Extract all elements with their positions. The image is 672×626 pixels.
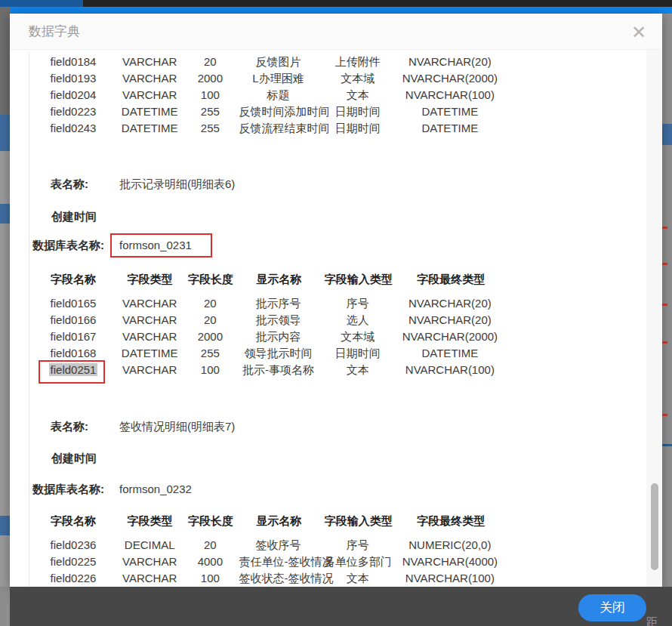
- col-header-display-name: 显示名称: [239, 271, 318, 288]
- dialog-title: 数据字典: [29, 14, 80, 50]
- col-header-field-type: 字段类型: [118, 513, 181, 529]
- field-name-cell: field0223: [32, 103, 115, 120]
- db-table-name-value: formson_0232: [119, 481, 192, 498]
- table-row: field0184 VARCHAR 20 反馈图片 上传附件 NVARCHAR(…: [32, 54, 502, 70]
- created-time-label: 创建时间: [51, 450, 97, 467]
- final-type-cell: NVARCHAR(100): [398, 362, 502, 378]
- right-edge-blue-block: [662, 124, 672, 145]
- display-name-cell: 反馈时间添加时间: [239, 103, 318, 120]
- field-length-cell: 20: [184, 312, 236, 328]
- final-type-cell: DATETIME: [398, 120, 502, 137]
- final-type-cell: NVARCHAR(20): [398, 295, 502, 312]
- table-header-row: 字段名称 字段类型 字段长度 显示名称 字段输入类型 字段最终类型: [32, 271, 503, 288]
- final-type-cell: NVARCHAR(100): [398, 570, 502, 587]
- final-type-cell: NVARCHAR(4000): [398, 554, 502, 570]
- table-row: field0204 VARCHAR 100 标题 文本 NVARCHAR(100…: [32, 87, 502, 103]
- input-type-cell: 序号: [321, 537, 395, 554]
- field-name-cell: field0165: [32, 295, 115, 312]
- field-length-cell: 2000: [184, 70, 236, 87]
- browser-topbar: [0, 0, 672, 7]
- page-text-fragment: [0, 572, 10, 589]
- field-name-cell: field0168: [32, 345, 115, 362]
- final-type-cell: DATETIME: [398, 103, 502, 120]
- field-length-cell: 2000: [184, 328, 236, 345]
- page-text-fragment: [0, 427, 10, 443]
- browser-tab-fragment: [0, 0, 83, 7]
- col-header-input-type: 字段输入类型: [322, 513, 396, 529]
- field-type-cell: DECIMAL: [118, 537, 181, 554]
- input-type-cell: 文本: [321, 87, 395, 103]
- display-name-cell: 反馈图片: [239, 54, 318, 70]
- display-name-cell: 签收序号: [239, 537, 318, 554]
- left-edge-dark-segment: [0, 7, 10, 115]
- field-type-cell: VARCHAR: [118, 362, 181, 378]
- field-length-cell: 255: [184, 345, 236, 362]
- display-name-cell: 批示内容: [239, 328, 318, 345]
- field-name-cell: field0243: [32, 120, 115, 137]
- page-mark-fragment: [662, 263, 667, 265]
- input-type-cell: 日期时间: [321, 345, 395, 362]
- table-header-row: 字段名称 字段类型 字段长度 显示名称 字段输入类型 字段最终类型: [32, 513, 503, 529]
- field-length-cell: 255: [184, 103, 236, 120]
- data-dictionary-dialog: 数据字典 ✕ field0184 VARCHAR 20 反馈图片 上传附件 NV…: [10, 14, 662, 587]
- close-icon[interactable]: ✕: [626, 20, 652, 45]
- final-type-cell: NVARCHAR(2000): [398, 70, 502, 87]
- field-length-cell: 100: [184, 570, 236, 587]
- content-left-border: [29, 53, 29, 587]
- page-text-fragment: [0, 353, 10, 370]
- final-type-cell: NVARCHAR(2000): [398, 328, 502, 345]
- input-type-cell: 上传附件: [321, 54, 395, 70]
- field-type-cell: DATETIME: [118, 120, 181, 137]
- page-text-fragment: [0, 204, 10, 224]
- table-name-label: 表名称:: [51, 176, 88, 193]
- screen: 数据字典 ✕ field0184 VARCHAR 20 反馈图片 上传附件 NV…: [0, 0, 672, 626]
- db-table-name-label: 数据库表名称:: [32, 237, 104, 254]
- page-text-fragment: [0, 592, 10, 609]
- table-row: field0193 VARCHAR 2000 L办理困难 文本域 NVARCHA…: [32, 70, 502, 87]
- page-text-fragment: [0, 547, 10, 564]
- field-type-cell: DATETIME: [118, 345, 181, 362]
- field-type-cell: VARCHAR: [118, 70, 181, 87]
- field-type-cell: DATETIME: [118, 103, 181, 120]
- table-row: field0225 VARCHAR 4000 责任单位-签收情况 多单位多部门 …: [32, 554, 502, 570]
- table-row: field0165 VARCHAR 20 批示序号 序号 NVARCHAR(20…: [32, 295, 502, 312]
- input-type-cell: 多单位多部门: [321, 554, 395, 570]
- close-button[interactable]: 关闭: [578, 594, 646, 621]
- field-name-cell: field0204: [32, 87, 115, 103]
- display-name-cell: L办理困难: [239, 70, 318, 87]
- col-header-input-type: 字段输入类型: [322, 271, 396, 288]
- display-name-cell: 标题: [239, 87, 318, 103]
- page-text-fragment: 距: [646, 615, 658, 626]
- annotation-box-field0251: [39, 360, 105, 384]
- db-table-name-label: 数据库表名称:: [32, 481, 104, 498]
- col-header-field-name: 字段名称: [32, 271, 115, 288]
- display-name-cell: 批示领导: [239, 312, 318, 328]
- col-header-field-length: 字段长度: [185, 513, 236, 529]
- field-name-cell: field0193: [32, 70, 115, 87]
- field-name-cell: field0184: [32, 54, 115, 70]
- field-type-cell: VARCHAR: [118, 554, 181, 570]
- field-type-cell: VARCHAR: [118, 570, 181, 587]
- table-row: field0166 VARCHAR 20 批示领导 选人 NVARCHAR(20…: [32, 312, 502, 328]
- field-type-cell: VARCHAR: [118, 87, 181, 103]
- input-type-cell: 文本域: [321, 70, 395, 87]
- page-mark-fragment: [662, 414, 667, 416]
- col-header-field-type: 字段类型: [118, 271, 181, 288]
- page-text-fragment: [0, 516, 10, 535]
- page-text-fragment: [0, 316, 10, 332]
- page-header-bar: [9, 7, 672, 14]
- dialog-scrollbar-thumb[interactable]: [651, 483, 658, 570]
- input-type-cell: 文本: [321, 570, 395, 587]
- dialog-footer-overlay: 关闭 距: [10, 587, 672, 626]
- input-type-cell: 选人: [321, 312, 395, 328]
- final-type-cell: NVARCHAR(100): [398, 87, 502, 103]
- col-header-field-length: 字段长度: [185, 271, 236, 288]
- field-name-cell: field0236: [32, 537, 115, 554]
- display-name-cell: 签收状态-签收情况: [239, 570, 318, 587]
- table-name-value: 批示记录明细(明细表6): [119, 176, 235, 193]
- field-name-cell: field0225: [32, 554, 115, 570]
- final-type-cell: DATETIME: [398, 345, 502, 362]
- annotation-box-db-name: [110, 233, 212, 257]
- page-text-fragment: [0, 615, 10, 626]
- field-type-cell: VARCHAR: [118, 295, 181, 312]
